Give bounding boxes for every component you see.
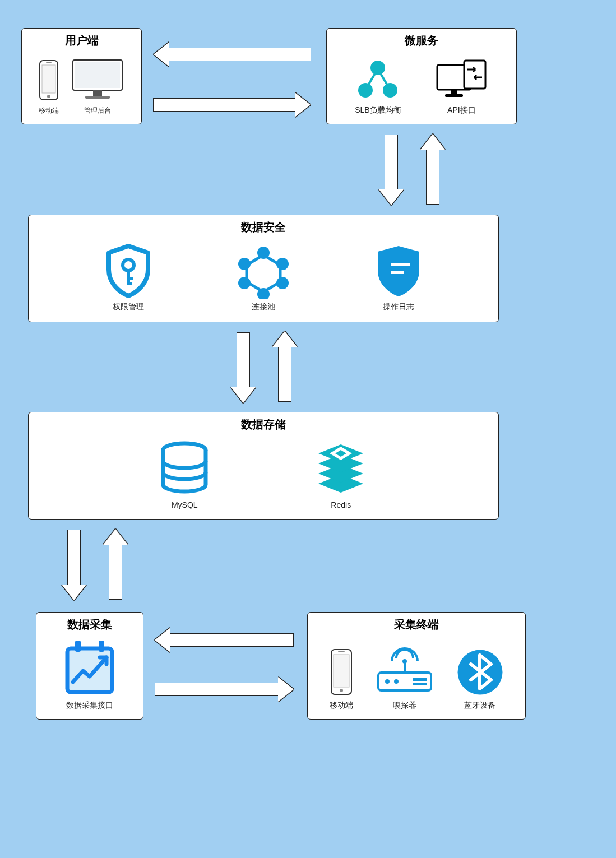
svg-rect-5 <box>75 62 120 88</box>
svg-rect-51 <box>413 678 427 681</box>
data-collect-icon <box>62 638 118 697</box>
svg-rect-31 <box>391 271 404 274</box>
svg-point-2 <box>47 95 50 98</box>
svg-rect-15 <box>445 94 463 97</box>
box-collect-title: 数据采集 <box>36 613 143 632</box>
svg-rect-22 <box>127 282 132 285</box>
svg-point-44 <box>340 689 343 692</box>
item-ms-slb: SLB负载均衡 <box>355 57 401 115</box>
svg-point-26 <box>276 277 289 289</box>
arrow-client-to-ms <box>153 98 296 112</box>
svg-point-24 <box>257 247 270 259</box>
shield-key-icon <box>103 243 154 299</box>
item-ms-api-label: API接口 <box>435 105 488 115</box>
arrow-ms-to-security <box>385 135 398 191</box>
item-storage-redis-label: Redis <box>313 500 369 509</box>
arrow-storage-to-collect <box>67 530 81 586</box>
box-terminal: 采集终端 移动端 <box>307 612 526 720</box>
box-storage-title: 数据存储 <box>29 412 498 432</box>
svg-rect-7 <box>85 96 110 99</box>
item-term-bt-label: 蓝牙设备 <box>456 701 504 711</box>
arrow-ms-to-client <box>168 48 311 61</box>
connection-pool-icon <box>235 243 291 299</box>
monitor-icon <box>70 58 126 103</box>
database-icon <box>158 441 211 497</box>
item-sec-log: 操作日志 <box>373 243 424 312</box>
svg-rect-30 <box>391 263 410 266</box>
phone-icon <box>38 58 60 103</box>
box-microservice: 微服务 SLB负载均衡 <box>326 28 517 124</box>
item-client-mobile-label: 移动端 <box>38 106 60 115</box>
svg-rect-52 <box>413 683 427 685</box>
svg-rect-43 <box>334 655 349 687</box>
svg-rect-3 <box>46 62 52 63</box>
box-security-title: 数据安全 <box>29 215 498 235</box>
svg-point-50 <box>394 679 399 684</box>
item-ms-slb-label: SLB负载均衡 <box>355 105 401 115</box>
svg-point-25 <box>276 258 289 270</box>
item-term-bt: 蓝牙设备 <box>456 647 504 711</box>
item-storage-mysql: MySQL <box>158 441 211 509</box>
svg-rect-41 <box>99 641 104 652</box>
item-collect-api: 数据采集接口 <box>62 638 118 711</box>
box-security: 数据安全 权限管理 <box>28 215 499 322</box>
arrow-terminal-to-collect <box>169 633 294 647</box>
arrow-storage-to-security <box>278 346 291 402</box>
bluetooth-icon <box>456 647 504 697</box>
box-storage: 数据存储 MySQL <box>28 412 499 520</box>
svg-point-29 <box>238 258 251 270</box>
item-sec-perm-label: 权限管理 <box>103 302 154 312</box>
svg-rect-39 <box>67 648 112 692</box>
item-sec-pool-label: 连接池 <box>235 302 291 312</box>
item-ms-api: API接口 <box>435 57 488 115</box>
item-term-mobile: 移动端 <box>329 647 354 711</box>
svg-rect-45 <box>338 651 345 652</box>
svg-point-10 <box>370 61 385 75</box>
box-client: 用户端 移动端 管理后台 <box>21 28 142 124</box>
phone-icon <box>329 647 354 697</box>
box-collect: 数据采集 数据采集接口 <box>36 612 143 720</box>
svg-point-28 <box>238 277 251 289</box>
svg-point-11 <box>358 83 373 98</box>
svg-point-12 <box>383 83 397 98</box>
load-balancer-icon <box>355 57 401 102</box>
arrow-collect-to-storage <box>109 544 122 600</box>
item-sec-log-label: 操作日志 <box>373 302 424 312</box>
item-storage-mysql-label: MySQL <box>158 500 211 509</box>
log-shield-icon <box>373 243 424 299</box>
box-microservice-title: 微服务 <box>327 29 516 48</box>
svg-rect-40 <box>75 641 81 652</box>
svg-rect-6 <box>93 90 102 96</box>
arrow-collect-to-terminal <box>155 683 279 696</box>
svg-rect-14 <box>451 90 457 94</box>
router-icon <box>374 647 436 697</box>
svg-rect-21 <box>127 277 133 280</box>
item-client-admin-label: 管理后台 <box>70 106 126 115</box>
box-client-title: 用户端 <box>22 29 141 48</box>
item-term-sniffer: 嗅探器 <box>374 647 436 711</box>
item-client-mobile: 移动端 <box>38 58 60 115</box>
item-sec-pool: 连接池 <box>235 243 291 312</box>
svg-point-49 <box>385 679 390 684</box>
arrow-security-to-ms <box>426 149 439 205</box>
item-term-sniffer-label: 嗅探器 <box>374 701 436 711</box>
item-sec-perm: 权限管理 <box>103 243 154 312</box>
item-term-mobile-label: 移动端 <box>329 701 354 711</box>
arrow-security-to-storage <box>237 332 250 388</box>
svg-rect-1 <box>42 65 55 93</box>
box-terminal-title: 采集终端 <box>308 613 525 632</box>
svg-rect-16 <box>464 61 485 89</box>
svg-marker-23 <box>247 255 280 292</box>
item-collect-api-label: 数据采集接口 <box>62 701 118 711</box>
item-storage-redis: Redis <box>313 441 369 509</box>
redis-icon <box>313 441 369 497</box>
api-icon <box>435 57 488 102</box>
item-client-admin: 管理后台 <box>70 58 126 115</box>
